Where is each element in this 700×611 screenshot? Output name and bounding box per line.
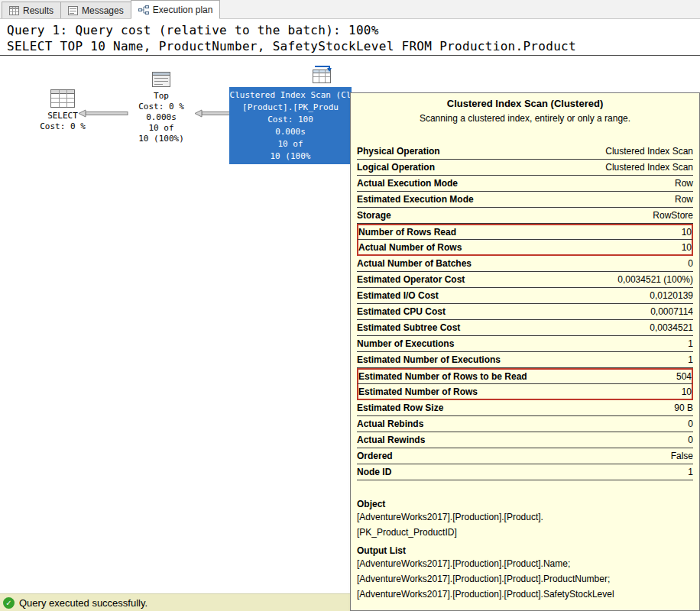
property-value: 10 [682,227,692,238]
results-grid-icon [9,6,19,15]
property-label: Number of Rows Read [358,227,456,238]
tab-results[interactable]: Results [2,2,61,18]
property-label: Actual Number of Batches [357,258,472,269]
tooltip-property-row: Estimated Operator Cost 0,0034521 (100%) [357,272,693,288]
tooltip-property-row: Estimated Subtree Cost 0,0034521 [357,320,693,336]
property-label: Number of Executions [357,338,454,349]
property-label: Estimated Number of Executions [357,354,501,365]
tooltip-property-row: Physical Operation Clustered Index Scan [357,144,693,160]
property-value: Clustered Index Scan [605,162,693,173]
tooltip-property-row: Estimated CPU Cost 0,0007114 [357,304,693,320]
property-value: 0 [688,419,693,429]
ssms-results-pane: Results Messages Execution plan Query 1:… [0,0,700,611]
top-node-line: 10 (100%) [128,134,194,144]
tooltip-property-row: Storage RowStore [357,208,693,224]
clustered-index-scan-node[interactable]: Clustered Index Scan (Cl[Product].[PK_Pr… [229,87,352,164]
messages-icon [68,6,78,15]
property-value: 90 B [674,402,693,413]
property-value: Clustered Index Scan [605,146,693,157]
top-node-line: 0.000s [128,112,194,123]
property-label: Logical Operation [357,162,435,173]
object-heading: Object [357,499,693,509]
tooltip-properties: Physical Operation Clustered Index Scan … [357,144,693,480]
property-value: 1 [688,354,693,365]
property-value: False [671,451,693,461]
property-label: Estimated Operator Cost [357,274,465,285]
tooltip-title: Clustered Index Scan (Clustered) [357,98,693,109]
property-value: 0,0120139 [650,290,693,301]
tooltip-property-row: Estimated Number of Executions 1 [357,352,693,368]
property-label: Physical Operation [357,146,440,157]
tab-execution-plan[interactable]: Execution plan [131,0,221,19]
property-label: Storage [357,210,391,221]
property-label: Estimated Execution Mode [357,194,474,205]
property-value: 10 [682,242,692,253]
property-label: Estimated CPU Cost [357,306,446,317]
property-label: Ordered [357,451,393,461]
scan-node-line: [Product].[PK_Produ [229,102,352,114]
output-list-line: [AdventureWorks2017].[Production].[Produ… [357,587,693,602]
tooltip-property-row: Estimated I/O Cost 0,0120139 [357,288,693,304]
top-node-line: Cost: 0 % [128,102,194,112]
object-lines: [AdventureWorks2017].[Production].[Produ… [357,509,693,540]
tooltip-property-row: Number of Rows Read 10 [357,224,693,240]
object-line: [PK_Product_ProductID] [357,525,693,540]
tab-results-label: Results [23,5,53,16]
header-separator [0,55,700,56]
property-value: RowStore [653,210,693,221]
property-value: 0 [688,258,693,269]
property-value: 10 [682,386,692,397]
tooltip-property-row: Actual Rewinds 0 [357,432,693,448]
operator-tooltip: Clustered Index Scan (Clustered) Scannin… [350,92,700,611]
plan-arrow-top-scan[interactable] [194,109,231,118]
tooltip-property-row: Estimated Number of Rows to be Read 504 [357,368,693,384]
property-label: Estimated Subtree Cost [357,322,460,333]
object-line: [AdventureWorks2017].[Production].[Produ… [357,509,693,525]
tooltip-property-row: Estimated Number of Rows 10 [357,384,693,400]
property-value: 504 [676,371,692,382]
tab-messages-label: Messages [82,5,124,16]
query-sql-line: SELECT TOP 10 Name, ProductNumber, Safet… [7,38,693,54]
clustered-index-scan-icon [311,63,334,85]
plan-arrow-select-top[interactable] [78,109,128,118]
property-value: 0,0034521 [650,322,693,333]
tooltip-property-row: Logical Operation Clustered Index Scan [357,160,693,176]
property-label: Estimated Row Size [357,402,443,413]
query-cost-line: Query 1: Query cost (relative to the bat… [7,22,693,38]
scan-node-line: 10 of [229,138,352,150]
property-label: Estimated Number of Rows to be Read [358,371,527,382]
success-check-icon [3,597,15,609]
status-message: Query executed successfully. [19,597,147,609]
property-label: Node ID [357,467,391,477]
top-operator-icon [151,70,172,89]
top-operator-node[interactable]: TopCost: 0 %0.000s10 of10 (100%) [128,70,194,144]
top-node-line: 10 of [128,123,194,134]
property-value: Row [675,178,693,189]
property-label: Actual Rewinds [357,435,425,445]
tooltip-property-row: Node ID 1 [357,464,693,480]
scan-node-line: Clustered Index Scan (Cl [229,89,352,102]
tooltip-property-row: Actual Number of Rows 10 [357,240,693,256]
property-label: Estimated Number of Rows [358,386,478,397]
output-list-lines: [AdventureWorks2017].[Production].[Produ… [357,556,693,602]
tab-messages[interactable]: Messages [60,2,131,18]
select-result-icon [49,89,76,108]
tab-execution-plan-label: Execution plan [153,5,213,15]
tooltip-property-row: Actual Rebinds 0 [357,416,693,432]
property-label: Actual Number of Rows [358,242,462,253]
property-label: Actual Rebinds [357,419,423,429]
query-header: Query 1: Query cost (relative to the bat… [0,21,700,56]
select-node-line: Cost: 0 % [29,121,96,132]
scan-node-line: Cost: 100 [229,114,352,126]
tooltip-property-row: Estimated Row Size 90 B [357,400,693,416]
output-list-line: [AdventureWorks2017].[Production].[Produ… [357,556,693,571]
property-value: 0,0007114 [650,306,693,317]
property-value: 1 [688,338,693,349]
property-value: 0 [688,435,693,445]
tooltip-property-row: Actual Number of Batches 0 [357,256,693,272]
tooltip-property-row: Number of Executions 1 [357,336,693,352]
tab-bar: Results Messages Execution plan [0,0,700,19]
top-node-line: Top [128,91,194,102]
property-value: Row [675,194,693,205]
execution-plan-icon [138,5,149,15]
